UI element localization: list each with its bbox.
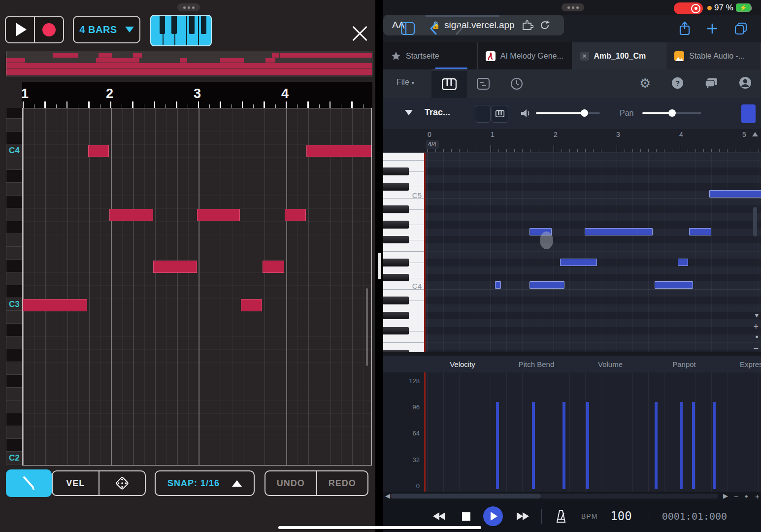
scroll-down-icon[interactable]: ▾ (755, 311, 759, 319)
zoom-in-icon[interactable]: + (753, 322, 759, 331)
black-key-A#3[interactable] (383, 297, 409, 304)
sidebar-icon[interactable] (401, 22, 415, 35)
volume-slider[interactable] (536, 112, 600, 114)
key-A#3[interactable] (6, 170, 23, 183)
black-key-C#4[interactable] (383, 274, 409, 281)
hzoom-out-icon[interactable]: − (734, 492, 738, 500)
key-B2[interactable] (6, 311, 23, 324)
safari-tab-ai-melody-gene-[interactable]: AI Melody Gene... (478, 42, 572, 69)
track-name[interactable]: Trac... (425, 107, 450, 118)
velocity-bar[interactable] (532, 402, 535, 489)
midi-note-C4[interactable] (655, 281, 693, 289)
piano-roll-tab[interactable] (431, 69, 467, 98)
velocity-tool-button[interactable]: VEL (53, 478, 99, 489)
midi-note-C4[interactable] (88, 145, 109, 157)
multitask-handle-left[interactable] (177, 3, 200, 11)
left-piano-roll[interactable] (22, 108, 372, 466)
track-mute-button[interactable] (475, 105, 491, 123)
bpm-value[interactable]: 100 (610, 509, 631, 523)
hzoom-reset-icon[interactable]: ● (745, 493, 748, 499)
screen-recording-indicator[interactable] (674, 2, 703, 14)
black-key-D#3[interactable] (383, 350, 409, 352)
key-A3[interactable] (6, 183, 23, 196)
feedback-chat-icon[interactable] (705, 77, 718, 89)
black-key-G#3[interactable] (383, 312, 409, 319)
back-icon[interactable] (430, 22, 437, 35)
key-F2[interactable] (6, 388, 23, 400)
velocity-bar[interactable] (586, 402, 589, 489)
left-roll-scrollbar[interactable] (366, 288, 368, 366)
black-key-A#4[interactable] (383, 205, 409, 213)
black-key-D#5[interactable] (383, 167, 409, 175)
track-expand-icon[interactable] (405, 110, 413, 115)
key-F#2[interactable] (6, 375, 23, 388)
midi-note-C4[interactable] (306, 145, 372, 157)
midi-note-G3[interactable] (285, 209, 306, 221)
forward-icon[interactable] (455, 22, 463, 35)
key-G3[interactable] (6, 208, 23, 221)
midi-note-G4[interactable] (689, 228, 711, 235)
safari-tab-stable-audio-[interactable]: Stable Audio -... (666, 42, 761, 69)
velocity-bar[interactable] (680, 402, 683, 489)
extensions-icon[interactable] (522, 20, 533, 30)
scroll-up-icon[interactable] (752, 132, 758, 136)
midi-note-Eb3[interactable] (153, 261, 197, 273)
midi-note-G4[interactable] (585, 228, 653, 235)
file-menu[interactable]: File ▾ (397, 78, 414, 87)
stop-icon[interactable] (462, 512, 470, 521)
key-G#2[interactable] (6, 349, 23, 362)
key-G2[interactable] (6, 362, 23, 375)
black-key-F#3[interactable] (383, 327, 409, 334)
key-D#2[interactable] (6, 413, 23, 426)
black-key-F#4[interactable] (383, 236, 409, 243)
control-tab-volume[interactable]: Volume (573, 356, 647, 372)
roll-vertical-scrollbar[interactable] (753, 207, 757, 236)
key-F3[interactable] (6, 234, 23, 247)
key-A#2[interactable] (6, 324, 23, 336)
multitask-handle-right[interactable] (562, 3, 584, 11)
help-icon[interactable]: ? (672, 77, 683, 89)
key-D2[interactable] (6, 426, 23, 439)
hzoom-in-icon[interactable]: + (755, 492, 760, 500)
velocity-bar[interactable] (692, 402, 695, 489)
key-D#4[interactable] (6, 108, 23, 119)
pencil-tool-button[interactable] (6, 469, 52, 497)
key-D3[interactable] (6, 272, 23, 285)
pan-slider[interactable] (642, 112, 701, 114)
zoom-reset-icon[interactable]: ● (755, 334, 759, 339)
key-B3[interactable] (6, 157, 23, 170)
fast-forward-icon[interactable] (516, 511, 529, 521)
undo-button[interactable]: UNDO (265, 478, 316, 489)
metronome-icon[interactable] (556, 510, 566, 523)
home-indicator[interactable] (278, 526, 481, 529)
scroll-left-icon[interactable]: ◀ (385, 492, 390, 499)
tempo-clock-icon[interactable] (510, 77, 523, 90)
new-tab-icon[interactable] (706, 23, 718, 34)
key-C2[interactable]: C2 (6, 452, 23, 465)
key-A2[interactable] (6, 336, 23, 349)
instrument-button[interactable] (492, 105, 508, 123)
midi-note-C3[interactable] (22, 299, 87, 311)
velocity-bar[interactable] (496, 402, 499, 489)
rewind-icon[interactable] (432, 511, 446, 521)
velocity-bar[interactable] (655, 402, 658, 489)
control-tab-expression[interactable]: Expression (721, 356, 761, 372)
pattern-overview-strip[interactable] (6, 51, 372, 76)
control-tab-velocity[interactable]: Velocity (426, 356, 499, 372)
horizontal-scrollbar-track[interactable] (391, 494, 718, 499)
time-signature-badge[interactable]: 4/4 (426, 140, 439, 149)
randomize-button[interactable] (99, 473, 145, 493)
share-icon[interactable] (679, 21, 691, 36)
tabs-overview-icon[interactable] (734, 22, 748, 35)
scroll-right-icon[interactable]: ▶ (723, 492, 728, 499)
midi-note-C4[interactable] (495, 281, 501, 289)
redo-button[interactable]: REDO (317, 478, 368, 489)
record-button[interactable] (35, 17, 63, 42)
safari-tab-startseite[interactable]: Startseite (383, 42, 478, 69)
account-icon[interactable] (739, 76, 752, 89)
key-F#3[interactable] (6, 221, 23, 234)
control-tab-panpot[interactable]: Panpot (647, 356, 721, 372)
signal-piano-roll[interactable]: C5C4 ▾ + ● − (383, 153, 761, 352)
horizontal-scrollbar-thumb[interactable] (391, 494, 541, 499)
split-view-divider-handle[interactable] (378, 253, 381, 279)
